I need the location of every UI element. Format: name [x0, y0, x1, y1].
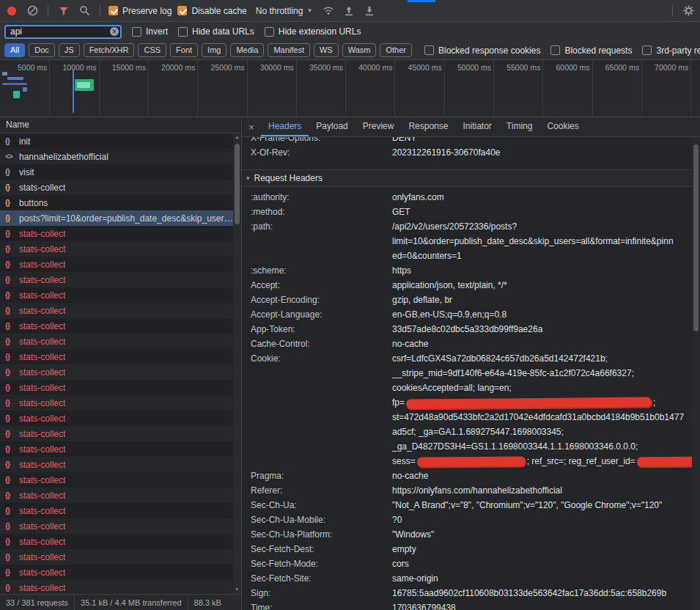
- filter-type-fetch-xhr[interactable]: Fetch/XHR: [84, 43, 135, 57]
- tab-response[interactable]: Response: [401, 117, 455, 136]
- filter-type-media[interactable]: Media: [230, 43, 264, 57]
- disable-cache-checkbox[interactable]: Disable cache: [177, 6, 246, 16]
- har-export-button[interactable]: [342, 4, 356, 18]
- filter-type-font[interactable]: Font: [170, 43, 198, 57]
- request-row[interactable]: {}stats-collect: [0, 180, 233, 195]
- request-list-scrollbar[interactable]: ▲ ▼: [233, 133, 241, 594]
- filter-type-wasm[interactable]: Wasm: [342, 43, 377, 57]
- name-column-header[interactable]: Name: [0, 117, 241, 133]
- network-conditions-icon: [323, 6, 334, 15]
- filter-type-all[interactable]: All: [4, 43, 25, 57]
- header-row: Pragma:no-cache: [242, 468, 692, 483]
- network-overview-timeline[interactable]: 5000 ms10000 ms15000 ms20000 ms25000 ms3…: [0, 60, 700, 117]
- filter-type-ws[interactable]: WS: [314, 43, 339, 57]
- request-row[interactable]: {}init: [0, 133, 233, 149]
- resource-type-filter-bar: AllDocJSFetch/XHRCSSFontImgMediaManifest…: [0, 41, 700, 60]
- redaction-scribble: [417, 457, 526, 467]
- timeline-label: 65000 ms: [604, 63, 639, 72]
- request-row[interactable]: {}stats-collect: [0, 518, 233, 534]
- header-row: Sec-Ch-Ua-Mobile:?0: [242, 512, 692, 527]
- filter-type-js[interactable]: JS: [59, 43, 80, 57]
- request-row[interactable]: {}stats-collect: [0, 349, 233, 364]
- filter-button[interactable]: [56, 4, 71, 18]
- invert-checkbox[interactable]: Invert: [132, 26, 168, 37]
- search-button[interactable]: [77, 4, 92, 18]
- timeline-label: 5000 ms: [12, 63, 47, 72]
- hide-data-urls-checkbox[interactable]: Hide data URLs: [178, 26, 254, 37]
- request-row[interactable]: {}stats-collect: [0, 380, 233, 395]
- request-row[interactable]: <>hannahelizabethofficial: [0, 149, 233, 164]
- throttling-select[interactable]: No throttling ▼: [253, 6, 316, 16]
- detail-scrollbar[interactable]: [692, 137, 700, 610]
- network-filter-bar: ✕ Invert Hide data URLs Hide extension U…: [0, 22, 700, 41]
- timeline-label: 40000 ms: [357, 63, 392, 72]
- checkbox-icon: [178, 27, 188, 37]
- tab-headers[interactable]: Headers: [261, 117, 309, 136]
- filter-type-doc[interactable]: Doc: [29, 43, 55, 57]
- request-row[interactable]: {}stats-collect: [0, 488, 233, 503]
- request-row[interactable]: {}visit: [0, 164, 233, 180]
- request-row[interactable]: {}stats-collect: [0, 426, 233, 441]
- network-filter-input[interactable]: [4, 25, 122, 39]
- request-row[interactable]: {}stats-collect: [0, 241, 233, 257]
- request-row[interactable]: {}stats-collect: [0, 580, 233, 594]
- request-name: stats-collect: [19, 537, 65, 547]
- close-icon[interactable]: ×: [242, 117, 261, 136]
- request-row[interactable]: {}stats-collect: [0, 303, 233, 318]
- filter-type-img[interactable]: Img: [202, 43, 226, 57]
- request-row[interactable]: {}stats-collect: [0, 441, 233, 457]
- timeline-bar: [23, 87, 27, 92]
- settings-button[interactable]: [681, 4, 696, 18]
- request-row[interactable]: {}stats-collect: [0, 411, 233, 426]
- scroll-up-icon[interactable]: ▲: [233, 133, 241, 142]
- header-value: 16785:5aad9602cf110608b03133de563642fac1…: [392, 586, 692, 600]
- scrollbar-thumb[interactable]: [693, 144, 699, 331]
- request-row[interactable]: {}stats-collect: [0, 257, 233, 272]
- section-header-request-headers[interactable]: ▾Request Headers: [242, 169, 692, 187]
- tab-cookies[interactable]: Cookies: [539, 117, 586, 136]
- request-row[interactable]: {}stats-collect: [0, 272, 233, 287]
- request-row[interactable]: {}stats-collect: [0, 472, 233, 488]
- hide-extension-urls-checkbox[interactable]: Hide extension URLs: [265, 26, 361, 37]
- toolbar-divider: [48, 5, 48, 17]
- filter-type-css[interactable]: CSS: [138, 43, 166, 57]
- filter-type-other[interactable]: Other: [380, 43, 412, 57]
- request-row[interactable]: {}stats-collect: [0, 226, 233, 241]
- request-row[interactable]: {}posts?limit=10&order=publish_date_desc…: [0, 210, 233, 226]
- request-row[interactable]: {}stats-collect: [0, 395, 233, 411]
- clear-network-log-button[interactable]: [25, 4, 40, 18]
- disclosure-triangle-icon: ▾: [246, 172, 250, 184]
- request-name: stats-collect: [19, 490, 65, 501]
- timeline-label: 60000 ms: [555, 63, 590, 72]
- request-row[interactable]: {}stats-collect: [0, 287, 233, 303]
- 3rd-party-requests-checkbox[interactable]: 3rd-party requests: [642, 45, 700, 56]
- request-row[interactable]: {}stats-collect: [0, 364, 233, 380]
- tab-timing[interactable]: Timing: [499, 117, 540, 136]
- request-row[interactable]: {}stats-collect: [0, 318, 233, 334]
- network-conditions-button[interactable]: [321, 4, 336, 18]
- header-name: :scheme:: [242, 263, 392, 278]
- download-icon: [364, 6, 375, 16]
- checkbox-icon: [424, 45, 434, 55]
- preserve-log-label: Preserve log: [122, 6, 172, 16]
- timeline-gridline: [296, 60, 297, 117]
- scroll-down-icon[interactable]: ▼: [233, 586, 241, 594]
- blocked-response-cookies-checkbox[interactable]: Blocked response cookies: [424, 45, 540, 56]
- clear-filter-icon[interactable]: ✕: [110, 27, 119, 36]
- request-row[interactable]: {}stats-collect: [0, 565, 233, 580]
- filter-type-manifest[interactable]: Manifest: [268, 43, 310, 57]
- tab-preview[interactable]: Preview: [355, 117, 402, 136]
- scrollbar-thumb[interactable]: [235, 144, 240, 224]
- blocked-requests-checkbox[interactable]: Blocked requests: [550, 45, 632, 56]
- record-button[interactable]: [4, 4, 19, 18]
- request-row[interactable]: {}stats-collect: [0, 457, 233, 472]
- request-row[interactable]: {}stats-collect: [0, 334, 233, 349]
- har-import-button[interactable]: [362, 4, 377, 18]
- request-row[interactable]: {}stats-collect: [0, 503, 233, 518]
- preserve-log-checkbox[interactable]: Preserve log: [108, 6, 172, 16]
- request-row[interactable]: {}buttons: [0, 195, 233, 210]
- request-row[interactable]: {}stats-collect: [0, 549, 233, 565]
- request-row[interactable]: {}stats-collect: [0, 534, 233, 549]
- tab-initiator[interactable]: Initiator: [455, 117, 498, 136]
- tab-payload[interactable]: Payload: [309, 117, 355, 136]
